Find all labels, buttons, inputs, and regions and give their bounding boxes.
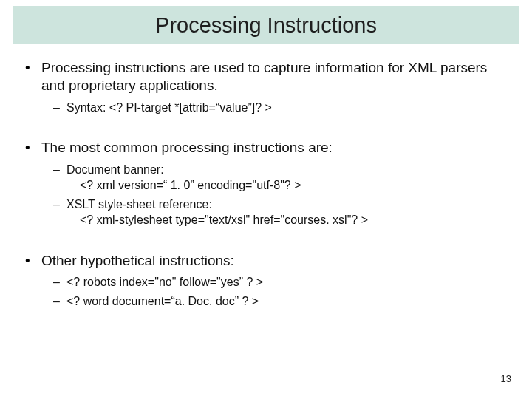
dash-list: <? robots index="no" follow="yes” ? > <?… bbox=[41, 274, 510, 309]
bullet-text: Other hypothetical instructions: bbox=[41, 253, 234, 268]
dash-cont: <? xml version=“ 1. 0” encoding="utf-8"?… bbox=[80, 177, 510, 194]
dash-item: Document banner: <? xml version=“ 1. 0” … bbox=[53, 162, 510, 194]
slide-content: Processing instructions are used to capt… bbox=[22, 59, 510, 319]
bullet-text: Processing instructions are used to capt… bbox=[41, 60, 487, 93]
dash-text: XSLT style-sheet reference: bbox=[66, 198, 212, 211]
bullet-item: Other hypothetical instructions: <? robo… bbox=[22, 252, 510, 310]
dash-cont: <? xml-stylesheet type="text/xsl" href="… bbox=[80, 212, 510, 228]
dash-list: Syntax: <? PI-target *[attrib=“value”]? … bbox=[41, 100, 510, 116]
dash-item: <? robots index="no" follow="yes” ? > bbox=[53, 274, 510, 290]
dash-item: Syntax: <? PI-target *[attrib=“value”]? … bbox=[53, 100, 510, 116]
dash-item: <? word document=“a. Doc. doc” ? > bbox=[53, 293, 510, 310]
bullet-item: Processing instructions are used to capt… bbox=[22, 59, 510, 115]
dash-text: <? word document=“a. Doc. doc” ? > bbox=[66, 295, 259, 307]
bullet-text: The most common processing instructions … bbox=[41, 140, 332, 155]
dash-text: Document banner: bbox=[66, 163, 164, 176]
dash-item: XSLT style-sheet reference: <? xml-style… bbox=[53, 197, 510, 228]
bullet-item: The most common processing instructions … bbox=[22, 139, 510, 228]
dash-text: <? robots index="no" follow="yes” ? > bbox=[66, 276, 263, 288]
bullet-list: Processing instructions are used to capt… bbox=[22, 59, 510, 309]
slide-title: Processing Instructions bbox=[155, 13, 377, 38]
dash-text: Syntax: <? PI-target *[attrib=“value”]? … bbox=[66, 101, 272, 114]
page-number: 13 bbox=[501, 373, 511, 384]
dash-list: Document banner: <? xml version=“ 1. 0” … bbox=[41, 162, 510, 228]
title-band: Processing Instructions bbox=[13, 6, 519, 44]
